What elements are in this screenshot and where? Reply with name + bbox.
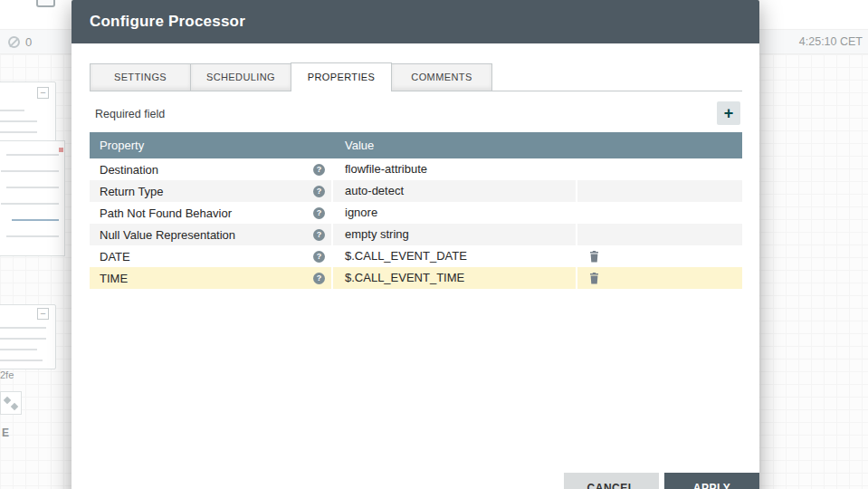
properties-table: Property Value Destination ? flowfile-at… <box>90 132 742 289</box>
trash-icon <box>589 251 599 263</box>
tab-properties[interactable]: PROPERTIES <box>291 62 392 91</box>
column-header-actions <box>577 132 742 158</box>
property-row-return-type: Return Type ? auto-detect <box>90 180 742 202</box>
column-header-property: Property <box>90 132 333 158</box>
plus-icon: + <box>724 104 734 122</box>
tab-scheduling[interactable]: SCHEDULING <box>190 63 291 91</box>
property-value[interactable]: $.CALL_EVENT_DATE <box>333 245 576 267</box>
delete-property-button[interactable] <box>589 251 599 263</box>
cancel-button[interactable]: CANCEL <box>564 473 659 489</box>
dialog-title: Configure Processor <box>72 0 245 43</box>
column-header-value: Value <box>333 132 577 158</box>
property-value[interactable]: auto-detect <box>333 180 576 202</box>
help-icon[interactable]: ? <box>313 273 325 284</box>
property-value[interactable]: ignore <box>333 202 576 224</box>
help-icon[interactable]: ? <box>313 164 325 176</box>
tab-bar: SETTINGS SCHEDULING PROPERTIES COMMENTS <box>90 63 742 91</box>
property-value[interactable]: flowfile-attribute <box>333 158 576 180</box>
required-field-label: Required field <box>95 108 165 120</box>
property-name: Destination <box>100 163 158 177</box>
dialog-action-buttons: CANCEL APPLY <box>564 473 759 489</box>
help-icon[interactable]: ? <box>313 186 325 197</box>
add-property-button[interactable]: + <box>717 101 740 125</box>
dialog-header: Configure Processor <box>72 0 759 43</box>
delete-property-button[interactable] <box>589 273 599 284</box>
table-header-row: Property Value <box>90 132 742 158</box>
property-name: Return Type <box>100 185 164 198</box>
property-row-time: TIME ? $.CALL_EVENT_TIME <box>90 267 742 289</box>
help-icon[interactable]: ? <box>313 207 325 219</box>
help-icon[interactable]: ? <box>313 229 325 241</box>
property-name: Null Value Representation <box>100 228 235 242</box>
trash-icon <box>589 273 599 284</box>
tab-comments[interactable]: COMMENTS <box>391 63 492 91</box>
property-name: DATE <box>100 250 130 264</box>
property-name: Path Not Found Behavior <box>100 206 232 220</box>
configure-processor-dialog: Configure Processor SETTINGS SCHEDULING … <box>72 0 759 489</box>
property-name: TIME <box>100 272 128 285</box>
property-row-date: DATE ? $.CALL_EVENT_DATE <box>90 245 742 267</box>
apply-button[interactable]: APPLY <box>664 473 759 489</box>
tab-settings[interactable]: SETTINGS <box>90 63 191 91</box>
help-icon[interactable]: ? <box>313 251 325 263</box>
property-value[interactable]: $.CALL_EVENT_TIME <box>333 267 576 289</box>
property-row-path-not-found-behavior: Path Not Found Behavior ? ignore <box>90 202 742 224</box>
property-value[interactable]: empty string <box>333 224 576 245</box>
property-row-destination: Destination ? flowfile-attribute <box>90 158 742 180</box>
property-row-null-value-representation: Null Value Representation ? empty string <box>90 224 742 245</box>
